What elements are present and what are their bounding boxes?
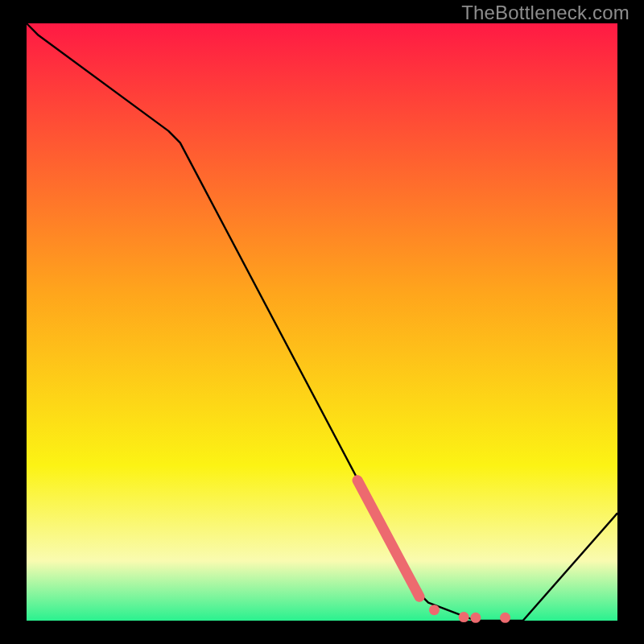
watermark-text: TheBottleneck.com: [461, 2, 630, 24]
chart-svg: [0, 0, 644, 644]
marker-dot: [500, 613, 510, 623]
plot-area: [27, 23, 617, 621]
stage: TheBottleneck.com: [0, 0, 644, 644]
marker-dot: [429, 605, 440, 615]
marker-dot: [470, 613, 481, 623]
marker-dot: [459, 612, 469, 622]
